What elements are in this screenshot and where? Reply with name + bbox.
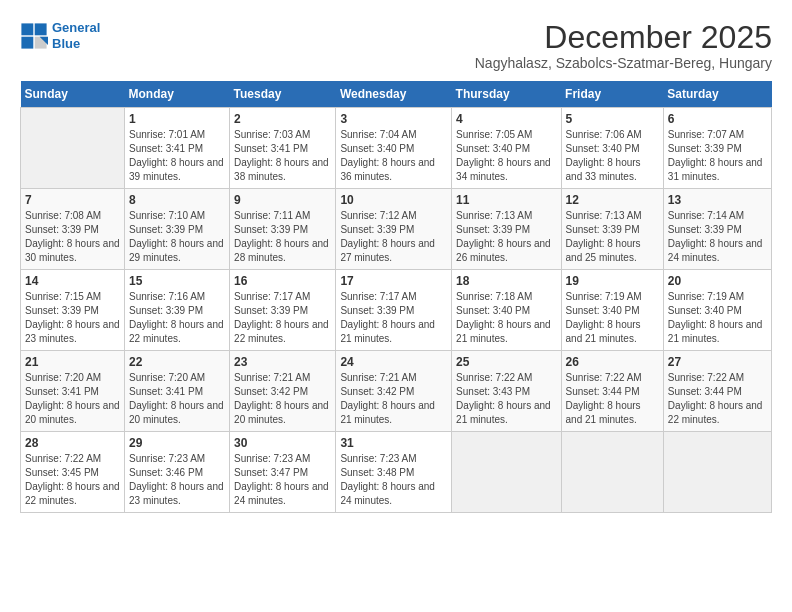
calendar-cell: 12Sunrise: 7:13 AM Sunset: 3:39 PM Dayli… <box>561 189 663 270</box>
day-number: 16 <box>234 274 331 288</box>
day-detail: Sunrise: 7:23 AM Sunset: 3:48 PM Dayligh… <box>340 452 447 508</box>
weekday-header-row: SundayMondayTuesdayWednesdayThursdayFrid… <box>21 81 772 108</box>
logo-line2: Blue <box>52 36 80 51</box>
day-number: 1 <box>129 112 225 126</box>
weekday-header-friday: Friday <box>561 81 663 108</box>
weekday-header-monday: Monday <box>125 81 230 108</box>
day-number: 28 <box>25 436 120 450</box>
day-detail: Sunrise: 7:04 AM Sunset: 3:40 PM Dayligh… <box>340 128 447 184</box>
main-title: December 2025 <box>475 20 772 55</box>
calendar-cell: 30Sunrise: 7:23 AM Sunset: 3:47 PM Dayli… <box>230 432 336 513</box>
week-row-4: 21Sunrise: 7:20 AM Sunset: 3:41 PM Dayli… <box>21 351 772 432</box>
day-detail: Sunrise: 7:13 AM Sunset: 3:39 PM Dayligh… <box>566 209 659 265</box>
title-area: December 2025 Nagyhalasz, Szabolcs-Szatm… <box>475 20 772 71</box>
day-number: 31 <box>340 436 447 450</box>
day-detail: Sunrise: 7:05 AM Sunset: 3:40 PM Dayligh… <box>456 128 556 184</box>
day-number: 8 <box>129 193 225 207</box>
day-detail: Sunrise: 7:19 AM Sunset: 3:40 PM Dayligh… <box>668 290 767 346</box>
calendar-cell: 28Sunrise: 7:22 AM Sunset: 3:45 PM Dayli… <box>21 432 125 513</box>
calendar-cell: 21Sunrise: 7:20 AM Sunset: 3:41 PM Dayli… <box>21 351 125 432</box>
day-number: 27 <box>668 355 767 369</box>
day-detail: Sunrise: 7:22 AM Sunset: 3:45 PM Dayligh… <box>25 452 120 508</box>
day-number: 15 <box>129 274 225 288</box>
calendar-cell: 23Sunrise: 7:21 AM Sunset: 3:42 PM Dayli… <box>230 351 336 432</box>
day-number: 5 <box>566 112 659 126</box>
day-number: 13 <box>668 193 767 207</box>
day-detail: Sunrise: 7:03 AM Sunset: 3:41 PM Dayligh… <box>234 128 331 184</box>
day-number: 2 <box>234 112 331 126</box>
day-detail: Sunrise: 7:22 AM Sunset: 3:44 PM Dayligh… <box>566 371 659 427</box>
calendar-cell: 15Sunrise: 7:16 AM Sunset: 3:39 PM Dayli… <box>125 270 230 351</box>
calendar-cell: 2Sunrise: 7:03 AM Sunset: 3:41 PM Daylig… <box>230 108 336 189</box>
calendar-cell: 11Sunrise: 7:13 AM Sunset: 3:39 PM Dayli… <box>452 189 561 270</box>
calendar-cell <box>21 108 125 189</box>
day-number: 10 <box>340 193 447 207</box>
calendar-cell: 18Sunrise: 7:18 AM Sunset: 3:40 PM Dayli… <box>452 270 561 351</box>
day-number: 4 <box>456 112 556 126</box>
day-detail: Sunrise: 7:14 AM Sunset: 3:39 PM Dayligh… <box>668 209 767 265</box>
calendar-cell: 7Sunrise: 7:08 AM Sunset: 3:39 PM Daylig… <box>21 189 125 270</box>
logo-icon <box>20 22 48 50</box>
weekday-header-sunday: Sunday <box>21 81 125 108</box>
calendar-cell <box>663 432 771 513</box>
day-detail: Sunrise: 7:20 AM Sunset: 3:41 PM Dayligh… <box>129 371 225 427</box>
calendar-cell: 22Sunrise: 7:20 AM Sunset: 3:41 PM Dayli… <box>125 351 230 432</box>
calendar-cell: 6Sunrise: 7:07 AM Sunset: 3:39 PM Daylig… <box>663 108 771 189</box>
day-number: 18 <box>456 274 556 288</box>
page-header: General Blue December 2025 Nagyhalasz, S… <box>20 20 772 71</box>
day-number: 17 <box>340 274 447 288</box>
day-detail: Sunrise: 7:23 AM Sunset: 3:46 PM Dayligh… <box>129 452 225 508</box>
day-number: 6 <box>668 112 767 126</box>
svg-rect-1 <box>21 23 33 35</box>
day-detail: Sunrise: 7:17 AM Sunset: 3:39 PM Dayligh… <box>234 290 331 346</box>
day-detail: Sunrise: 7:11 AM Sunset: 3:39 PM Dayligh… <box>234 209 331 265</box>
day-number: 23 <box>234 355 331 369</box>
day-detail: Sunrise: 7:23 AM Sunset: 3:47 PM Dayligh… <box>234 452 331 508</box>
calendar-cell: 8Sunrise: 7:10 AM Sunset: 3:39 PM Daylig… <box>125 189 230 270</box>
week-row-5: 28Sunrise: 7:22 AM Sunset: 3:45 PM Dayli… <box>21 432 772 513</box>
day-number: 29 <box>129 436 225 450</box>
calendar-cell: 24Sunrise: 7:21 AM Sunset: 3:42 PM Dayli… <box>336 351 452 432</box>
calendar-cell: 1Sunrise: 7:01 AM Sunset: 3:41 PM Daylig… <box>125 108 230 189</box>
svg-rect-3 <box>21 36 33 48</box>
week-row-3: 14Sunrise: 7:15 AM Sunset: 3:39 PM Dayli… <box>21 270 772 351</box>
calendar-cell: 25Sunrise: 7:22 AM Sunset: 3:43 PM Dayli… <box>452 351 561 432</box>
day-number: 30 <box>234 436 331 450</box>
week-row-2: 7Sunrise: 7:08 AM Sunset: 3:39 PM Daylig… <box>21 189 772 270</box>
weekday-header-tuesday: Tuesday <box>230 81 336 108</box>
calendar-cell: 14Sunrise: 7:15 AM Sunset: 3:39 PM Dayli… <box>21 270 125 351</box>
calendar-table: SundayMondayTuesdayWednesdayThursdayFrid… <box>20 81 772 513</box>
day-detail: Sunrise: 7:22 AM Sunset: 3:43 PM Dayligh… <box>456 371 556 427</box>
day-number: 21 <box>25 355 120 369</box>
logo-line1: General <box>52 20 100 35</box>
calendar-cell: 26Sunrise: 7:22 AM Sunset: 3:44 PM Dayli… <box>561 351 663 432</box>
day-number: 12 <box>566 193 659 207</box>
day-number: 14 <box>25 274 120 288</box>
day-detail: Sunrise: 7:21 AM Sunset: 3:42 PM Dayligh… <box>340 371 447 427</box>
day-detail: Sunrise: 7:18 AM Sunset: 3:40 PM Dayligh… <box>456 290 556 346</box>
subtitle: Nagyhalasz, Szabolcs-Szatmar-Bereg, Hung… <box>475 55 772 71</box>
calendar-cell <box>561 432 663 513</box>
calendar-cell: 5Sunrise: 7:06 AM Sunset: 3:40 PM Daylig… <box>561 108 663 189</box>
calendar-cell: 27Sunrise: 7:22 AM Sunset: 3:44 PM Dayli… <box>663 351 771 432</box>
day-detail: Sunrise: 7:21 AM Sunset: 3:42 PM Dayligh… <box>234 371 331 427</box>
day-detail: Sunrise: 7:22 AM Sunset: 3:44 PM Dayligh… <box>668 371 767 427</box>
logo: General Blue <box>20 20 100 51</box>
day-number: 20 <box>668 274 767 288</box>
calendar-cell: 3Sunrise: 7:04 AM Sunset: 3:40 PM Daylig… <box>336 108 452 189</box>
week-row-1: 1Sunrise: 7:01 AM Sunset: 3:41 PM Daylig… <box>21 108 772 189</box>
calendar-cell: 19Sunrise: 7:19 AM Sunset: 3:40 PM Dayli… <box>561 270 663 351</box>
day-detail: Sunrise: 7:06 AM Sunset: 3:40 PM Dayligh… <box>566 128 659 184</box>
logo-text: General Blue <box>52 20 100 51</box>
calendar-cell: 13Sunrise: 7:14 AM Sunset: 3:39 PM Dayli… <box>663 189 771 270</box>
day-number: 11 <box>456 193 556 207</box>
day-number: 25 <box>456 355 556 369</box>
day-detail: Sunrise: 7:08 AM Sunset: 3:39 PM Dayligh… <box>25 209 120 265</box>
weekday-header-wednesday: Wednesday <box>336 81 452 108</box>
svg-rect-2 <box>35 23 47 35</box>
day-number: 9 <box>234 193 331 207</box>
calendar-cell: 10Sunrise: 7:12 AM Sunset: 3:39 PM Dayli… <box>336 189 452 270</box>
day-detail: Sunrise: 7:01 AM Sunset: 3:41 PM Dayligh… <box>129 128 225 184</box>
calendar-cell: 31Sunrise: 7:23 AM Sunset: 3:48 PM Dayli… <box>336 432 452 513</box>
day-detail: Sunrise: 7:20 AM Sunset: 3:41 PM Dayligh… <box>25 371 120 427</box>
